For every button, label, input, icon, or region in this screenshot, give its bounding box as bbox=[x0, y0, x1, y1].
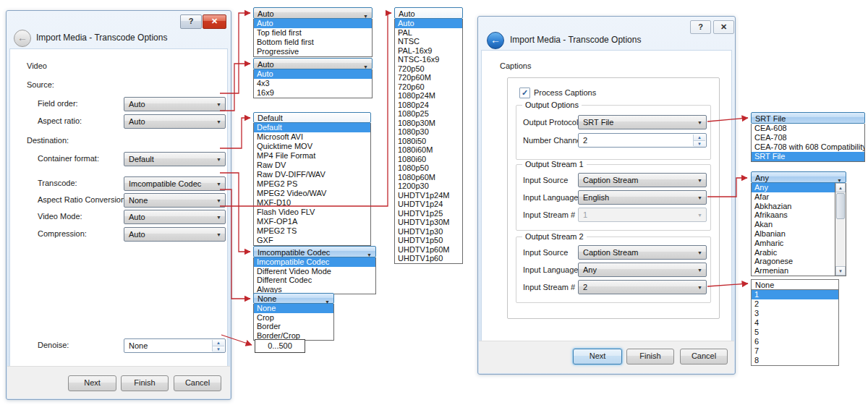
list-item[interactable]: Amharic bbox=[752, 239, 835, 248]
list-item[interactable]: Top field first bbox=[254, 28, 372, 38]
list-item[interactable]: PAL bbox=[395, 28, 462, 38]
list-item[interactable]: 16x9 bbox=[254, 88, 372, 98]
dropdown-header[interactable]: Imcompatible Codec▼ bbox=[253, 246, 376, 257]
container-format-select[interactable]: Default▼ bbox=[124, 152, 226, 166]
list-item[interactable]: UHDTV1p60 bbox=[395, 254, 462, 263]
list-item[interactable]: 4x3 bbox=[254, 79, 372, 88]
scroll-down-icon[interactable]: ▼ bbox=[835, 266, 846, 276]
close-button[interactable]: ✕ bbox=[713, 20, 734, 34]
list-item[interactable]: 720p60 bbox=[395, 82, 462, 92]
list-item[interactable]: 5 bbox=[752, 328, 838, 337]
list-item[interactable]: UHDTV1p24 bbox=[395, 200, 462, 209]
list-item[interactable]: Afrikaans bbox=[752, 210, 835, 220]
list-item[interactable]: Border bbox=[254, 322, 333, 331]
list-item[interactable]: Bottom field first bbox=[254, 38, 372, 47]
list-item[interactable]: CEA-608 bbox=[752, 124, 864, 133]
list-item[interactable]: 2 bbox=[752, 299, 838, 309]
list-item[interactable]: Default bbox=[254, 123, 370, 132]
list-item[interactable]: SRT File bbox=[752, 152, 864, 161]
list-item[interactable]: Progressive bbox=[254, 47, 372, 56]
video-mode-select[interactable]: Auto▼ bbox=[124, 210, 226, 224]
list-item[interactable]: 1200p30 bbox=[395, 182, 462, 191]
list-item[interactable]: 7 bbox=[752, 346, 838, 356]
list-item[interactable]: Raw DV-DIFF/WAV bbox=[254, 170, 370, 179]
finish-button[interactable]: Finish bbox=[121, 375, 169, 391]
list-item[interactable]: Arabic bbox=[752, 248, 835, 257]
input-language-select-1[interactable]: English▼ bbox=[578, 190, 707, 205]
help-button[interactable]: ? bbox=[180, 14, 202, 29]
list-item[interactable]: NTSC-16x9 bbox=[395, 55, 462, 64]
list-item[interactable]: UHDTV1p30M bbox=[395, 218, 462, 227]
list-item[interactable]: MXF-D10 bbox=[254, 198, 370, 208]
list-item[interactable]: Auto bbox=[254, 69, 372, 79]
stepper-arrows-icon[interactable]: ▲▼ bbox=[693, 135, 705, 146]
list-item[interactable]: 1080p30M bbox=[395, 119, 462, 128]
finish-button[interactable]: Finish bbox=[626, 349, 674, 364]
dropdown-header[interactable]: Any▼ bbox=[751, 171, 846, 183]
aspect-ratio-select[interactable]: Auto▼ bbox=[124, 114, 226, 129]
list-item[interactable]: Afar bbox=[752, 192, 835, 202]
list-item[interactable]: UHDTV1p60M bbox=[395, 245, 462, 255]
input-source-select-1[interactable]: Caption Stream▼ bbox=[578, 173, 707, 187]
input-stream-select-2[interactable]: 2▼ bbox=[578, 280, 707, 294]
dropdown-header[interactable]: Auto▼ bbox=[253, 7, 373, 19]
list-item[interactable]: Quicktime MOV bbox=[254, 142, 370, 151]
scrollbar[interactable]: ▲ ▼ bbox=[835, 183, 846, 276]
list-item[interactable]: Any bbox=[752, 183, 835, 192]
list-item[interactable]: 1080p24M bbox=[395, 91, 462, 101]
list-item[interactable]: CEA-708 bbox=[752, 133, 864, 142]
number-channels-stepper[interactable]: 2 ▲▼ bbox=[578, 133, 707, 148]
list-item[interactable]: Different Codec bbox=[254, 276, 375, 285]
list-item[interactable]: 6 bbox=[752, 337, 838, 346]
stepper-arrows-icon[interactable]: ▲▼ bbox=[212, 340, 224, 351]
list-item[interactable]: Akan bbox=[752, 220, 835, 229]
input-language-select-2[interactable]: Any▼ bbox=[578, 263, 707, 277]
list-item[interactable]: 1080p24 bbox=[395, 101, 462, 110]
list-item[interactable]: Crop bbox=[254, 313, 333, 323]
list-item[interactable]: Aragonese bbox=[752, 257, 835, 266]
list-item[interactable]: Flash Video FLV bbox=[254, 208, 370, 217]
next-button[interactable]: Next bbox=[573, 349, 622, 364]
list-item[interactable]: Armenian bbox=[752, 266, 835, 276]
field-order-select[interactable]: Auto▼ bbox=[124, 97, 226, 111]
list-item[interactable]: UHDTV1p30 bbox=[395, 227, 462, 236]
dropdown-header[interactable]: SRT File bbox=[751, 112, 865, 124]
back-icon[interactable]: ← bbox=[14, 30, 31, 47]
list-item[interactable]: Microsoft AVI bbox=[254, 132, 370, 142]
dropdown-header[interactable]: None▼ bbox=[253, 293, 334, 304]
list-item[interactable]: 1080i60M bbox=[395, 145, 462, 155]
list-item[interactable]: MXF-OP1A bbox=[254, 217, 370, 226]
list-item[interactable]: 1080i50 bbox=[395, 137, 462, 146]
list-item[interactable]: Imcompatible Codec bbox=[254, 257, 375, 267]
dropdown-header[interactable]: Auto▼ bbox=[253, 58, 373, 69]
list-item[interactable]: 1080p50 bbox=[395, 163, 462, 173]
list-item[interactable]: GXF bbox=[254, 236, 370, 245]
list-item[interactable]: MPEG2 TS bbox=[254, 226, 370, 236]
cancel-button[interactable]: Cancel bbox=[680, 349, 728, 364]
list-item[interactable]: PAL-16x9 bbox=[395, 46, 462, 56]
list-item[interactable]: Abkhazian bbox=[752, 202, 835, 211]
list-item[interactable]: Albanian bbox=[752, 229, 835, 239]
denoise-stepper[interactable]: None ▲▼ bbox=[124, 338, 226, 353]
list-item[interactable]: UHDTV1p50 bbox=[395, 236, 462, 245]
output-protocol-select[interactable]: SRT File▼ bbox=[578, 115, 707, 129]
list-item[interactable]: 1080i60 bbox=[395, 155, 462, 164]
list-item[interactable]: Raw DV bbox=[254, 161, 370, 170]
list-item[interactable]: 720p60M bbox=[395, 73, 462, 82]
list-item[interactable]: 1080p60M bbox=[395, 173, 462, 182]
dropdown-header[interactable]: Auto bbox=[394, 7, 463, 19]
compression-select[interactable]: Auto▼ bbox=[124, 227, 226, 242]
list-item[interactable]: 1080p25 bbox=[395, 109, 462, 119]
process-captions-checkbox[interactable]: ✓ bbox=[519, 88, 530, 98]
dropdown-header[interactable]: Default bbox=[253, 112, 371, 123]
cancel-button[interactable]: Cancel bbox=[174, 375, 221, 391]
list-item[interactable]: 1080p30 bbox=[395, 127, 462, 137]
list-item[interactable]: Different Video Mode bbox=[254, 267, 375, 276]
scrollbar-thumb[interactable] bbox=[836, 193, 845, 219]
next-button[interactable]: Next bbox=[68, 375, 116, 391]
list-item[interactable]: UHDTV1p24M bbox=[395, 191, 462, 200]
input-source-select-2[interactable]: Caption Stream▼ bbox=[578, 245, 707, 260]
list-item[interactable]: MP4 File Format bbox=[254, 151, 370, 161]
list-item[interactable]: NTSC bbox=[395, 37, 462, 46]
transcode-select[interactable]: Imcompatible Codec▼ bbox=[124, 176, 226, 191]
